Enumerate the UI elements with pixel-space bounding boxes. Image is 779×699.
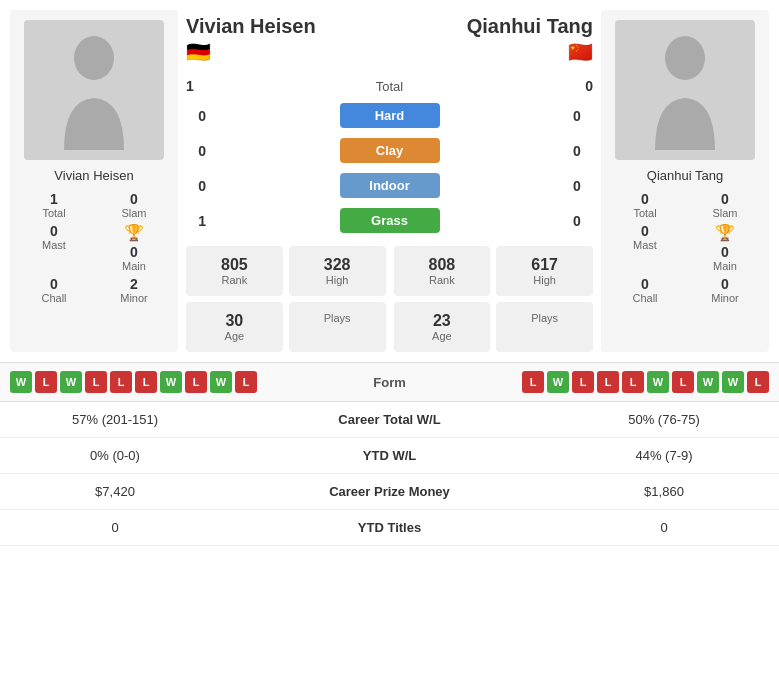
- right-player-card: Qianhui Tang 0 Total 0 Slam 0 Mast 🏆: [601, 10, 769, 352]
- left-chall-cell: 0 Chall: [18, 276, 90, 304]
- left-rank-high-row: 805 Rank 328 High: [186, 246, 386, 296]
- form-badge-right-l: L: [747, 371, 769, 393]
- right-age-box: 23 Age: [394, 302, 491, 352]
- total-label: Total: [216, 79, 563, 94]
- right-slam-label: Slam: [712, 207, 737, 219]
- surface-badge-grass: Grass: [340, 208, 440, 233]
- left-minor-cell: 2 Minor: [98, 276, 170, 304]
- right-player-name: Qianhui Tang: [647, 168, 723, 183]
- info-boxes-row: 805 Rank 328 High 30 Age: [186, 246, 593, 352]
- surf-left-val: 0: [186, 178, 216, 194]
- surf-right-val: 0: [563, 108, 593, 124]
- right-total-val: 0: [641, 191, 649, 207]
- right-age-val: 23: [408, 312, 477, 330]
- form-badge-left-w: W: [210, 371, 232, 393]
- stat-left-val: 0% (0-0): [15, 448, 215, 463]
- form-badge-right-l: L: [522, 371, 544, 393]
- left-plays-box: Plays: [289, 302, 386, 352]
- right-chall-label: Chall: [632, 292, 657, 304]
- left-minor-label: Minor: [120, 292, 148, 304]
- left-mast-cell: 0 Mast: [18, 223, 90, 272]
- surface-row-clay: 0 Clay 0: [186, 133, 593, 168]
- form-badge-right-w: W: [647, 371, 669, 393]
- left-rank-label: Rank: [200, 274, 269, 286]
- left-player-name: Vivian Heisen: [54, 168, 133, 183]
- right-rank-box: 808 Rank: [394, 246, 491, 296]
- surf-left-val: 0: [186, 143, 216, 159]
- left-age-label: Age: [200, 330, 269, 342]
- stat-left-val: 0: [15, 520, 215, 535]
- right-plays-label: Plays: [510, 312, 579, 324]
- form-badge-left-w: W: [60, 371, 82, 393]
- left-trophy-icon-wrapper: 🏆 0 Main: [98, 223, 170, 272]
- surf-right-val: 0: [563, 178, 593, 194]
- surface-row-indoor: 0 Indoor 0: [186, 168, 593, 203]
- right-slam-val: 0: [721, 191, 729, 207]
- form-badge-left-w: W: [10, 371, 32, 393]
- svg-point-1: [665, 36, 705, 80]
- right-total-label: Total: [633, 207, 656, 219]
- left-slam-label: Slam: [121, 207, 146, 219]
- right-minor-cell: 0 Minor: [689, 276, 761, 304]
- left-mast-label: Mast: [42, 239, 66, 251]
- right-minor-label: Minor: [711, 292, 739, 304]
- right-rank-label: Rank: [408, 274, 477, 286]
- surf-right-val: 0: [563, 143, 593, 159]
- stat-right-val: $1,860: [564, 484, 764, 499]
- names-flags-row: Vivian Heisen 🇩🇪 Qianhui Tang 🇨🇳: [186, 10, 593, 74]
- right-main-label: Main: [713, 260, 737, 272]
- left-high-label: High: [303, 274, 372, 286]
- left-player-stats: 1 Total 0 Slam 0 Mast 🏆 0 Main: [18, 191, 170, 304]
- surface-badge-hard: Hard: [340, 103, 440, 128]
- svg-point-0: [74, 36, 114, 80]
- form-label: Form: [373, 375, 406, 390]
- surf-right-val: 0: [563, 213, 593, 229]
- surf-left-val: 0: [186, 108, 216, 124]
- form-badge-left-l: L: [185, 371, 207, 393]
- stat-left-val: 57% (201-151): [15, 412, 215, 427]
- right-mast-cell: 0 Mast: [609, 223, 681, 272]
- left-slam-cell: 0 Slam: [98, 191, 170, 219]
- stat-center-label: Career Total W/L: [215, 412, 564, 427]
- left-age-val: 30: [200, 312, 269, 330]
- right-rank-high-row: 808 Rank 617 High: [394, 246, 594, 296]
- right-age-plays-row: 23 Age Plays: [394, 302, 594, 352]
- right-plays-box: Plays: [496, 302, 593, 352]
- left-plays-label: Plays: [303, 312, 372, 324]
- stat-left-val: $7,420: [15, 484, 215, 499]
- stat-right-val: 44% (7-9): [564, 448, 764, 463]
- stat-row: 0% (0-0) YTD W/L 44% (7-9): [0, 438, 779, 474]
- stat-center-label: Career Prize Money: [215, 484, 564, 499]
- form-section: WLWLLLWLWLFormLWLLLWLWWL: [0, 362, 779, 401]
- right-rank-val: 808: [408, 256, 477, 274]
- form-badge-left-l: L: [235, 371, 257, 393]
- stat-center-label: YTD Titles: [215, 520, 564, 535]
- surface-badge-indoor: Indoor: [340, 173, 440, 198]
- right-chall-cell: 0 Chall: [609, 276, 681, 304]
- right-high-val: 617: [510, 256, 579, 274]
- right-chall-val: 0: [641, 276, 649, 292]
- surface-badge-clay: Clay: [340, 138, 440, 163]
- left-chall-val: 0: [50, 276, 58, 292]
- left-flag: 🇩🇪: [186, 40, 316, 64]
- left-rank-val: 805: [200, 256, 269, 274]
- form-badge-right-w: W: [697, 371, 719, 393]
- right-high-box: 617 High: [496, 246, 593, 296]
- right-header-name: Qianhui Tang: [467, 15, 593, 38]
- right-minor-val: 0: [721, 276, 729, 292]
- center-column: Vivian Heisen 🇩🇪 Qianhui Tang 🇨🇳 1 Total…: [186, 10, 593, 352]
- left-player-card: Vivian Heisen 1 Total 0 Slam 0 Mast 🏆: [10, 10, 178, 352]
- left-form-badges: WLWLLLWLWL: [10, 371, 257, 393]
- right-high-label: High: [510, 274, 579, 286]
- form-badge-left-l: L: [35, 371, 57, 393]
- form-badge-left-l: L: [110, 371, 132, 393]
- right-trophy-icon-wrapper: 🏆 0 Main: [689, 223, 761, 272]
- left-slam-val: 0: [130, 191, 138, 207]
- stat-right-val: 50% (76-75): [564, 412, 764, 427]
- form-badge-right-l: L: [597, 371, 619, 393]
- form-badge-left-w: W: [160, 371, 182, 393]
- right-player-avatar: [615, 20, 755, 160]
- surface-row-hard: 0 Hard 0: [186, 98, 593, 133]
- stat-row: $7,420 Career Prize Money $1,860: [0, 474, 779, 510]
- left-player-header: Vivian Heisen 🇩🇪: [186, 15, 316, 64]
